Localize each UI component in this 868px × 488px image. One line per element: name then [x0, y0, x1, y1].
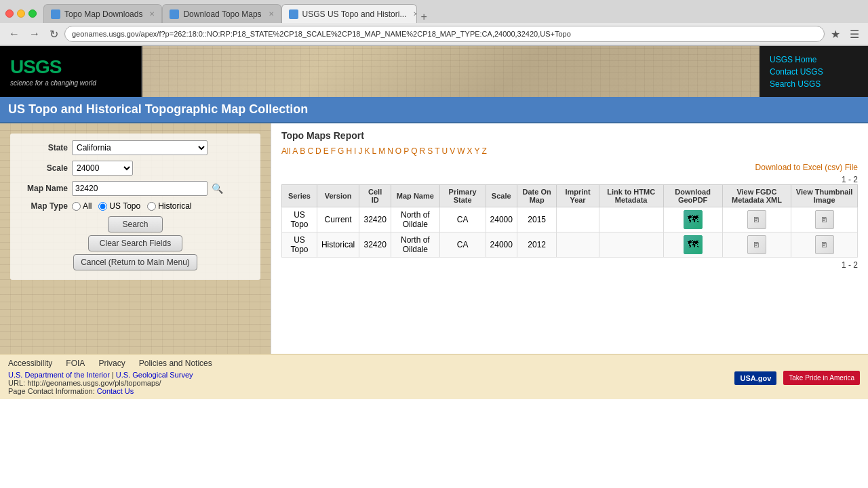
alpha-links: All A B C D E F G H I J K L M N O P Q R … [281, 146, 858, 156]
alpha-link-x[interactable]: X [467, 146, 473, 156]
download-geopdf-icon-2[interactable] [684, 235, 703, 254]
state-select[interactable]: California [72, 140, 208, 155]
radio-us-topo[interactable] [98, 202, 107, 211]
alpha-link-q[interactable]: Q [411, 146, 417, 156]
cell-xml-2[interactable]: 🖹 [722, 232, 791, 258]
alpha-link-g[interactable]: G [338, 146, 344, 156]
tab-label-1: Topo Map Downloads [64, 9, 142, 19]
col-cell-id: Cell ID [359, 185, 391, 207]
refresh-button[interactable]: ↻ [46, 26, 62, 42]
footer-url-line: URL: http://geonames.usgs.gov/pls/topoma… [8, 379, 193, 387]
map-name-search-icon[interactable]: 🔍 [212, 183, 223, 194]
alpha-link-v[interactable]: V [450, 146, 455, 156]
radio-historical-label[interactable]: Historical [147, 201, 191, 211]
browser-nav: ← → ↻ ★ ☰ [0, 23, 868, 45]
address-bar[interactable] [64, 26, 825, 42]
forward-button[interactable]: → [26, 26, 43, 41]
map-name-row: Map Name 🔍 [17, 181, 254, 196]
dept-interior-link[interactable]: U.S. Department of the Interior [8, 371, 110, 379]
cell-geopdf-2[interactable] [663, 232, 722, 258]
cell-series-2: US Topo [282, 232, 317, 258]
footer-url-text: http://geonames.usgs.gov/pls/topomaps/ [27, 379, 161, 387]
alpha-link-w[interactable]: W [457, 146, 465, 156]
alpha-link-o[interactable]: O [395, 146, 401, 156]
col-scale: Scale [486, 185, 517, 207]
alpha-link-all[interactable]: All [281, 146, 290, 156]
usgs-header: USGS science for a changing world USGS H… [0, 46, 868, 97]
contact-us-link[interactable]: Contact Us [97, 387, 134, 395]
alpha-link-b[interactable]: B [300, 146, 305, 156]
view-thumbnail-icon-1[interactable]: 🖹 [815, 210, 834, 229]
alpha-link-e[interactable]: E [323, 146, 329, 156]
radio-all[interactable] [72, 202, 81, 211]
search-button[interactable]: Search [108, 216, 162, 232]
tab-label-3: USGS US Topo and Histori... [302, 9, 407, 19]
search-usgs-link[interactable]: Search USGS [770, 79, 858, 89]
usgs-home-link[interactable]: USGS Home [770, 55, 858, 64]
map-type-label: Map Type [17, 201, 68, 211]
alpha-link-d[interactable]: D [315, 146, 321, 156]
alpha-link-c[interactable]: C [307, 146, 313, 156]
tab-close-1[interactable]: ✕ [149, 10, 155, 18]
alpha-link-u[interactable]: U [442, 146, 448, 156]
cell-thumb-1[interactable]: 🖹 [791, 207, 858, 232]
alpha-link-f[interactable]: F [331, 146, 336, 156]
cell-geopdf-1[interactable] [663, 207, 722, 232]
col-primary-state: Primary State [439, 185, 486, 207]
alpha-link-s[interactable]: S [427, 146, 433, 156]
usa-gov-badge[interactable]: USA.gov [734, 371, 776, 385]
view-thumbnail-icon-2[interactable]: 🖹 [815, 235, 834, 254]
alpha-link-h[interactable]: H [346, 146, 352, 156]
alpha-link-m[interactable]: M [378, 146, 385, 156]
tab-close-3[interactable]: ✕ [413, 10, 416, 18]
view-xml-icon-2[interactable]: 🖹 [747, 235, 766, 254]
tab-topo-map-downloads[interactable]: Topo Map Downloads ✕ [43, 4, 162, 23]
scale-select[interactable]: 24000 [72, 161, 133, 176]
radio-all-label[interactable]: All [72, 201, 92, 211]
accessibility-link[interactable]: Accessibility [8, 359, 52, 368]
minimize-window-btn[interactable] [17, 9, 25, 18]
radio-us-topo-label[interactable]: US Topo [98, 201, 140, 211]
alpha-link-k[interactable]: K [364, 146, 370, 156]
view-xml-icon-1[interactable]: 🖹 [747, 210, 766, 229]
new-tab-button[interactable]: + [417, 11, 431, 23]
maximize-window-btn[interactable] [28, 9, 37, 18]
col-thumbnail: View Thumbnail Image [791, 185, 858, 207]
alpha-link-n[interactable]: N [387, 146, 393, 156]
contact-usgs-link[interactable]: Contact USGS [770, 67, 858, 77]
close-window-btn[interactable] [5, 9, 14, 18]
back-button[interactable]: ← [5, 26, 23, 41]
bookmark-button[interactable]: ★ [827, 26, 844, 42]
cell-thumb-2[interactable]: 🖹 [791, 232, 858, 258]
map-name-label: Map Name [17, 184, 68, 193]
footer-bottom: U.S. Department of the Interior | U.S. G… [8, 371, 860, 395]
alpha-link-j[interactable]: J [358, 146, 362, 156]
usgs-survey-link[interactable]: U.S. Geological Survey [116, 371, 193, 379]
alpha-link-t[interactable]: T [435, 146, 439, 156]
cancel-button[interactable]: Cancel (Return to Main Menu) [73, 254, 197, 270]
tab-close-2[interactable]: ✕ [269, 10, 274, 18]
alpha-link-a[interactable]: A [292, 146, 298, 156]
cell-xml-1[interactable]: 🖹 [722, 207, 791, 232]
alpha-link-i[interactable]: I [354, 146, 356, 156]
policies-link[interactable]: Policies and Notices [139, 359, 212, 368]
tab-usgs-topo[interactable]: USGS US Topo and Histori... ✕ [281, 4, 417, 23]
tab-download-topo-maps[interactable]: Download Topo Maps ✕ [162, 4, 281, 23]
alpha-link-r[interactable]: R [420, 146, 426, 156]
alpha-link-p[interactable]: P [403, 146, 409, 156]
radio-historical[interactable] [147, 202, 156, 211]
clear-search-button[interactable]: Clear Search Fields [88, 235, 182, 251]
excel-download-link[interactable]: Download to Excel (csv) File [755, 163, 858, 172]
footer-right: USA.gov Take Pride in America [734, 371, 860, 385]
alpha-link-y[interactable]: Y [475, 146, 480, 156]
radio-all-text: All [83, 201, 92, 211]
foia-link[interactable]: FOIA [66, 359, 85, 368]
report-title: Topo Maps Report [281, 130, 858, 141]
privacy-link[interactable]: Privacy [98, 359, 125, 368]
map-name-input[interactable] [72, 181, 208, 196]
search-form: State California Scale 24000 Map Name 🔍 … [10, 134, 260, 280]
menu-button[interactable]: ☰ [846, 26, 863, 42]
alpha-link-z[interactable]: Z [482, 146, 487, 156]
download-geopdf-icon-1[interactable] [684, 210, 703, 229]
alpha-link-l[interactable]: L [372, 146, 376, 156]
